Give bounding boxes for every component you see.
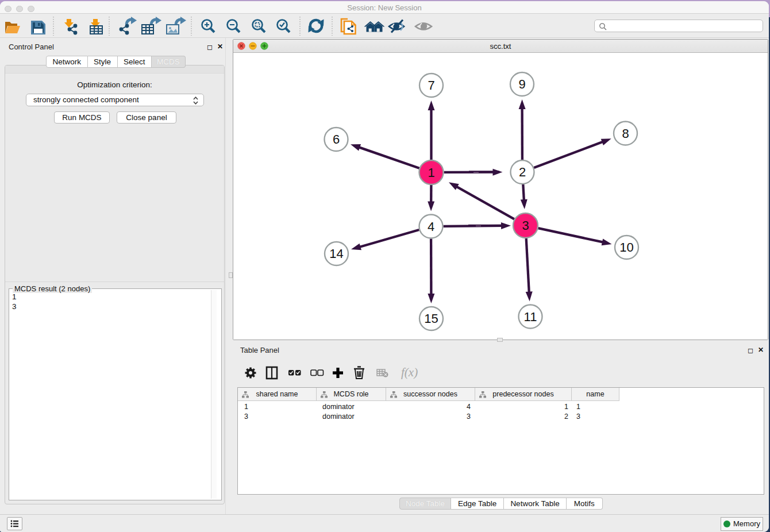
svg-text:8: 8: [622, 126, 629, 141]
svg-text:10: 10: [619, 240, 633, 255]
svg-text:2: 2: [519, 165, 526, 179]
svg-text:1: 1: [428, 165, 434, 180]
svg-text:15: 15: [424, 311, 438, 326]
svg-text:14: 14: [329, 246, 343, 261]
svg-text:4: 4: [428, 219, 434, 234]
svg-text:7: 7: [428, 78, 434, 92]
svg-text:11: 11: [524, 310, 537, 324]
svg-text:3: 3: [522, 218, 529, 233]
svg-text:f(x): f(x): [401, 365, 418, 379]
svg-text:9: 9: [518, 77, 525, 91]
svg-text:6: 6: [333, 132, 340, 147]
